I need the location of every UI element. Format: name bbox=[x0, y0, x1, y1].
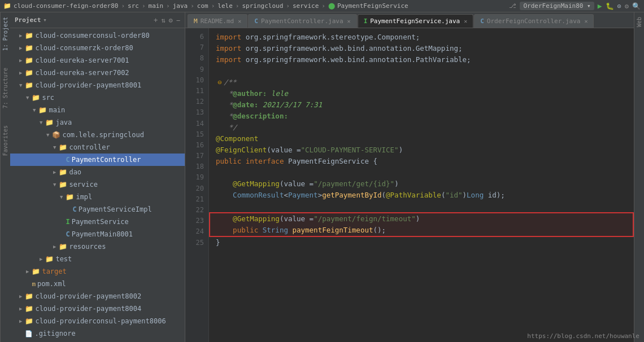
item-label: controller bbox=[69, 143, 110, 151]
tree-item-payment8001[interactable]: ▼ 📁 cloud-provider-payment8001 bbox=[10, 79, 185, 91]
folder-icon: 📁 bbox=[59, 181, 67, 188]
folder-icon: 📁 bbox=[45, 255, 54, 263]
tab-close-icon[interactable]: ✕ bbox=[238, 18, 241, 24]
item-label: main bbox=[49, 106, 65, 114]
tree-item-pom-root[interactable]: ▶ m pom.xml bbox=[10, 340, 185, 342]
xml-icon: m bbox=[32, 280, 36, 288]
tree-item-controller-folder[interactable]: ▼ 📁 controller bbox=[10, 141, 185, 154]
collapse-icon[interactable]: − bbox=[176, 16, 180, 24]
breadcrumb-classname: PaymentFeignService bbox=[337, 2, 408, 10]
right-panel-labels: Web bbox=[634, 12, 644, 342]
code-line-9 bbox=[216, 65, 634, 77]
tab-close-icon[interactable]: ✕ bbox=[584, 18, 588, 24]
tab-readme-label: README.md bbox=[201, 17, 234, 25]
structure-panel-label[interactable]: 7: Structure bbox=[2, 68, 8, 108]
folder-icon: 📁 bbox=[25, 305, 33, 313]
run-config-label: OrderFeignMain80 ▾ bbox=[520, 2, 594, 10]
tree-item-impl[interactable]: ▼ 📁 impl bbox=[10, 191, 185, 203]
interface-icon: I bbox=[66, 218, 69, 226]
tree-item-payment-controller[interactable]: ▶ C PaymentController bbox=[10, 154, 185, 166]
settings-icon[interactable]: ⚙ bbox=[169, 16, 173, 24]
arrow-icon: ▼ bbox=[40, 120, 42, 125]
tab-close-icon[interactable]: ✕ bbox=[464, 18, 467, 24]
item-label: PaymentMain8001 bbox=[72, 230, 133, 238]
run-button[interactable]: ▶ bbox=[598, 2, 602, 10]
arrow-icon: ▶ bbox=[19, 45, 22, 51]
tab-readme-icon: M bbox=[194, 17, 198, 25]
watermark-text: https://blog.csdn.net/houwanle bbox=[527, 332, 639, 340]
item-label: impl bbox=[76, 193, 92, 201]
add-icon[interactable]: + bbox=[154, 16, 158, 24]
tab-ofc-label: OrderFeignController.java bbox=[487, 17, 581, 25]
breadcrumb-service: service bbox=[293, 2, 319, 10]
main-layout: 1: Project 7: Structure Favorites Projec… bbox=[0, 12, 644, 342]
tree-item-resources[interactable]: ▶ 📁 resources bbox=[10, 240, 185, 253]
tree-item-payment-main[interactable]: ▶ C PaymentMain8001 bbox=[10, 228, 185, 240]
code-line-10: ⊖ /** bbox=[216, 77, 634, 88]
folder-icon: 📁 bbox=[45, 119, 54, 126]
folder-icon: 📁 bbox=[66, 193, 74, 201]
code-content[interactable]: import org.springframework.stereotype.Co… bbox=[209, 28, 634, 342]
folder-icon: 📁 bbox=[59, 168, 67, 176]
tree-item-gitignore[interactable]: ▶ 📄 .gitignore bbox=[10, 327, 185, 340]
tree-item-pom-payment8001[interactable]: ▶ m pom.xml bbox=[10, 278, 185, 290]
folder-icon: 📁 bbox=[59, 243, 67, 251]
breadcrumb-com: com bbox=[197, 2, 208, 10]
item-label: cloud-provider-payment8002 bbox=[35, 292, 141, 300]
tab-readme[interactable]: M README.md ✕ bbox=[188, 14, 247, 28]
tree-item-main[interactable]: ▼ 📁 main bbox=[10, 104, 185, 116]
tree-item-service-folder[interactable]: ▼ 📁 service bbox=[10, 178, 185, 191]
debug-button[interactable]: 🐛 bbox=[606, 2, 614, 10]
tab-order-feign-controller[interactable]: C OrderFeignController.java ✕ bbox=[474, 14, 594, 28]
web-label[interactable]: Web bbox=[636, 17, 642, 27]
tree-item-payment-service-impl[interactable]: ▶ C PaymentServiceImpl bbox=[10, 203, 185, 216]
item-label: dao bbox=[69, 168, 81, 176]
code-line-7: import org.springframework.web.bind.anno… bbox=[216, 43, 634, 54]
tree-item-eureka7001[interactable]: ▶ 📁 cloud-eureka-server7001 bbox=[10, 54, 185, 67]
tree-item-consumerzk[interactable]: ▶ 📁 cloud-consumerzk-order80 bbox=[10, 42, 185, 54]
arrow-icon: ▶ bbox=[19, 331, 22, 336]
sync-icon[interactable]: ⇅ bbox=[161, 16, 165, 24]
coverage-button[interactable]: ⊙ bbox=[617, 2, 621, 10]
item-label: service bbox=[69, 181, 98, 188]
tree-item-payment8006[interactable]: ▶ 📁 cloud-providerconsul-payment8006 bbox=[10, 315, 185, 327]
tree-item-payment-service[interactable]: ▶ I PaymentService bbox=[10, 216, 185, 228]
arrow-icon: ▶ bbox=[26, 281, 29, 287]
arrow-icon: ▶ bbox=[26, 269, 29, 274]
code-line-18 bbox=[216, 167, 634, 178]
tree-item-src[interactable]: ▼ 📁 src bbox=[10, 91, 185, 104]
item-label: PaymentController bbox=[72, 156, 141, 164]
arrow-icon: ▶ bbox=[19, 70, 22, 76]
tree-item-java[interactable]: ▼ 📁 java bbox=[10, 116, 185, 129]
tree-item-eureka7002[interactable]: ▶ 📁 cloud-eureka-server7002 bbox=[10, 67, 185, 79]
code-line-24: } bbox=[216, 237, 634, 248]
tree-item-target[interactable]: ▶ 📁 target bbox=[10, 265, 185, 278]
tab-payment-controller[interactable]: C PaymentController.java ✕ bbox=[248, 14, 356, 28]
arrow-icon: ▼ bbox=[53, 182, 56, 187]
tab-close-icon[interactable]: ✕ bbox=[347, 18, 351, 24]
folder-icon: 📁 bbox=[25, 69, 33, 77]
tree-item-consumerconsul[interactable]: ▶ 📁 cloud-consumerconsul-order80 bbox=[10, 29, 185, 42]
item-label: resources bbox=[69, 243, 106, 251]
breadcrumb-class: ⬤ bbox=[328, 2, 335, 10]
favorites-panel-label[interactable]: Favorites bbox=[2, 125, 8, 156]
top-bar-right: ⎇ OrderFeignMain80 ▾ ▶ 🐛 ⊙ ⚙ 🔍 bbox=[509, 2, 641, 10]
arrow-icon: ▶ bbox=[67, 207, 69, 212]
file-icon: 📄 bbox=[25, 330, 33, 337]
folder-icon: 📁 bbox=[25, 56, 33, 64]
code-line-19: @GetMapping(value = "/payment/get/{id}") bbox=[216, 178, 634, 190]
item-label: cloud-consumerconsul-order80 bbox=[35, 32, 149, 40]
tree-item-dao[interactable]: ▶ 📁 dao bbox=[10, 166, 185, 178]
item-label: cloud-eureka-server7002 bbox=[35, 69, 129, 77]
tab-payment-feign-service[interactable]: I PaymentFeignService.java ✕ bbox=[358, 14, 474, 28]
tree-item-package[interactable]: ▼ 📦 com.lele.springcloud bbox=[10, 129, 185, 141]
tree-item-payment8002[interactable]: ▶ 📁 cloud-provider-payment8002 bbox=[10, 290, 185, 302]
tree-item-payment8004[interactable]: ▶ 📁 cloud-provider-payment8004 bbox=[10, 302, 185, 315]
arrow-icon: ▶ bbox=[19, 318, 22, 324]
project-panel-label[interactable]: 1: Project bbox=[2, 17, 8, 51]
tree-item-test[interactable]: ▶ 📁 test bbox=[10, 253, 185, 265]
search-icon[interactable]: 🔍 bbox=[632, 2, 641, 10]
arrow-icon: ▶ bbox=[19, 293, 22, 299]
settings-icon[interactable]: ⚙ bbox=[625, 2, 629, 10]
item-label: target bbox=[42, 268, 66, 275]
